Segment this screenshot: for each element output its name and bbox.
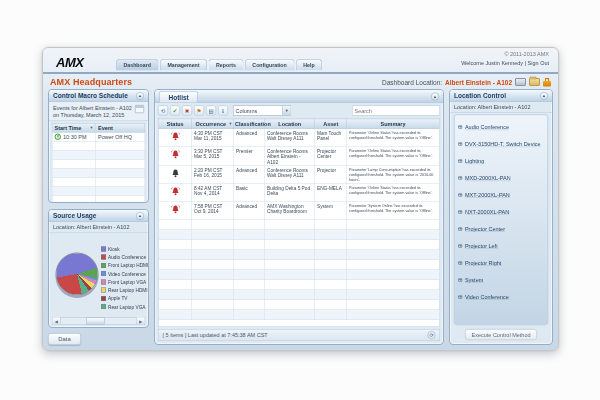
lock-icon[interactable] <box>543 78 551 87</box>
collapse-icon[interactable]: ▲ <box>431 93 439 101</box>
list-item[interactable]: ⊕Video Conference <box>458 288 545 305</box>
expand-plus-icon: ⊕ <box>458 208 463 215</box>
hotlist-toolbar: ⟲ ✔ ✖ ⚑ ▤ ⇓ Columns ▼ <box>155 103 443 118</box>
list-item[interactable]: ⊕System <box>458 271 545 288</box>
expand-plus-icon: ⊕ <box>458 123 463 130</box>
expand-plus-icon: ⊕ <box>458 140 463 147</box>
data-button[interactable]: Data <box>48 333 81 345</box>
main-nav: Dashboard Management Reports Configurati… <box>116 59 322 71</box>
col-occurrence[interactable]: Occurrence ▼ <box>192 119 234 129</box>
expand-plus-icon: ⊕ <box>458 191 463 198</box>
scroll-right-icon[interactable]: ▶ <box>137 318 145 325</box>
location-control-panel: Location Control ▲ Location: Albert Eins… <box>449 89 553 345</box>
tab-help[interactable]: Help <box>296 59 322 71</box>
alert-bell-icon <box>170 132 180 142</box>
folder-icon[interactable] <box>529 78 540 86</box>
col-status[interactable]: Status <box>159 119 192 129</box>
search-input[interactable] <box>352 106 440 116</box>
col-event[interactable]: Event <box>96 123 145 132</box>
hotlist-row[interactable]: 4:30 PM CSTMar 11, 2015 Advanced Confere… <box>159 129 440 147</box>
dashboard-location-value[interactable]: Albert Einstein - A102 <box>445 78 512 86</box>
list-item[interactable]: ⊕MXD-2000XL-PAN <box>458 169 545 186</box>
col-location[interactable]: Location <box>265 119 315 129</box>
list-item[interactable]: ⊕NXT-2000XL-PAN <box>458 203 545 220</box>
col-classification[interactable]: Classification <box>234 119 265 129</box>
chevron-down-icon: ▼ <box>283 106 291 115</box>
macro-row[interactable]: 10:30 PM Power Off HQ <box>52 132 145 141</box>
details-icon[interactable]: ▤ <box>206 106 216 116</box>
control-macro-schedule-header: Control Macro Schedule ▲ <box>49 90 148 102</box>
hotlist-row[interactable]: 8:42 AM CSTNov 4, 2014 Basic Building De… <box>159 184 440 202</box>
tab-configuration[interactable]: Configuration <box>245 59 294 71</box>
expand-plus-icon: ⊕ <box>458 293 463 300</box>
chart-legend: Kiosk Audio Conference Front Laptop HDMI… <box>101 245 148 311</box>
hotlist-header: Hotlist ▲ <box>155 90 443 103</box>
welcome-row: Welcome Justin Kennedy | Sign Out <box>461 60 549 66</box>
dashboard-location: Dashboard Location: Albert Einstein - A1… <box>382 78 551 87</box>
horizontal-scrollbar[interactable]: ◀ ▶ <box>52 317 145 325</box>
tab-management[interactable]: Management <box>160 59 207 71</box>
copyright-text: © 2011-2013 AMX <box>504 51 549 57</box>
page-title: AMX Headquarters <box>50 77 132 88</box>
calendar-icon[interactable] <box>135 105 144 113</box>
collapse-icon[interactable]: ▲ <box>540 92 548 100</box>
nav-divider <box>43 72 558 74</box>
location-control-header: Location Control ▲ <box>450 90 552 102</box>
col-start-time[interactable]: Start Time▼ <box>52 123 95 132</box>
source-usage-header: Source Usage ▲ <box>49 210 148 222</box>
hotlist-panel: Hotlist ▲ ⟲ ✔ ✖ ⚑ ▤ ⇓ Columns ▼ <box>154 89 444 345</box>
scrollbar-thumb[interactable] <box>86 318 104 325</box>
expand-plus-icon: ⊕ <box>458 157 463 164</box>
list-item[interactable]: ⊕Audio Conference <box>458 118 545 135</box>
collapse-icon[interactable]: ▲ <box>136 92 144 100</box>
hotlist-row[interactable]: 2:20 PM CSTFeb 16, 2015 Advanced Confere… <box>159 166 440 184</box>
expand-plus-icon: ⊕ <box>458 276 463 283</box>
welcome-text: Welcome Justin Kennedy <box>461 60 523 66</box>
control-macro-schedule-panel: Control Macro Schedule ▲ Events for Albe… <box>48 89 149 203</box>
list-item[interactable]: ⊕Projector Left <box>458 237 545 254</box>
export-icon[interactable]: ⇓ <box>218 106 228 116</box>
refresh-icon[interactable]: ⟳ <box>428 331 436 339</box>
hotlist-status-bar: [ 5 items ] Last updated at 7:45:38 AM C… <box>158 329 440 341</box>
source-usage-chart: Kiosk Audio Conference Front Laptop HDMI… <box>49 233 148 328</box>
display-icon[interactable] <box>515 78 526 86</box>
hotlist-row[interactable]: 7:58 PM CSTOct 9, 2014 Advanced AMX Wash… <box>159 202 440 220</box>
list-item[interactable]: ⊕Projector Right <box>458 254 545 271</box>
tab-dashboard[interactable]: Dashboard <box>116 59 158 71</box>
list-item[interactable]: ⊕MXT-2000XL-PAN <box>458 186 545 203</box>
hotlist-tab[interactable]: Hotlist <box>159 91 198 103</box>
hotlist-table: Status Occurrence ▼ Classification Locat… <box>159 119 440 321</box>
acknowledge-icon[interactable]: ✔ <box>170 106 180 116</box>
alert-bell-dark-icon <box>170 169 180 179</box>
col-asset[interactable]: Asset <box>315 119 347 129</box>
execute-control-method-button[interactable]: Execute Control Method <box>465 329 537 340</box>
list-item[interactable]: ⊕Lighting <box>458 152 545 169</box>
flag-icon[interactable]: ⚑ <box>194 106 204 116</box>
hotlist-table-wrap: Status Occurrence ▼ Classification Locat… <box>158 118 440 327</box>
expand-plus-icon: ⊕ <box>458 225 463 232</box>
amx-logo: AMX <box>56 55 83 71</box>
location-control-location: Location: Albert Einstein - A102 <box>450 102 552 113</box>
pie-chart <box>56 253 99 296</box>
location-control-list: ⊕Audio Conference ⊕DVX-3150HD-T, Switch … <box>454 115 548 326</box>
macro-schedule-table: Start Time▼ Event 10:30 PM Power Off HQ <box>52 123 145 203</box>
clock-icon <box>55 134 62 141</box>
app-window: © 2011-2013 AMX AMX Dashboard Management… <box>42 47 559 351</box>
collapse-icon[interactable]: ▲ <box>136 212 144 220</box>
scroll-left-icon[interactable]: ◀ <box>53 318 61 325</box>
list-item[interactable]: ⊕DVX-3150HD-T, Switch Device <box>458 135 545 152</box>
sort-icon: ▼ <box>229 121 233 126</box>
list-item[interactable]: ⊕Projector Center <box>458 220 545 237</box>
hotlist-row[interactable]: 3:30 PM CSTMar 5, 2015 Premier Conferenc… <box>159 147 440 166</box>
expand-plus-icon: ⊕ <box>458 174 463 181</box>
sign-out-link[interactable]: Sign Out <box>528 60 549 66</box>
refresh-icon[interactable]: ⟲ <box>158 106 168 116</box>
col-summary[interactable]: Summary <box>347 119 440 129</box>
alert-bell-icon <box>170 187 180 197</box>
delete-icon[interactable]: ✖ <box>182 106 192 116</box>
columns-dropdown[interactable]: Columns ▼ <box>233 106 291 116</box>
tab-reports[interactable]: Reports <box>209 59 244 71</box>
alert-bell-icon <box>170 150 180 160</box>
usage-location: Location: Albert Einstein - A102 <box>49 222 148 233</box>
macro-info: Events for Albert Einstein - A102 on Thu… <box>49 102 148 121</box>
